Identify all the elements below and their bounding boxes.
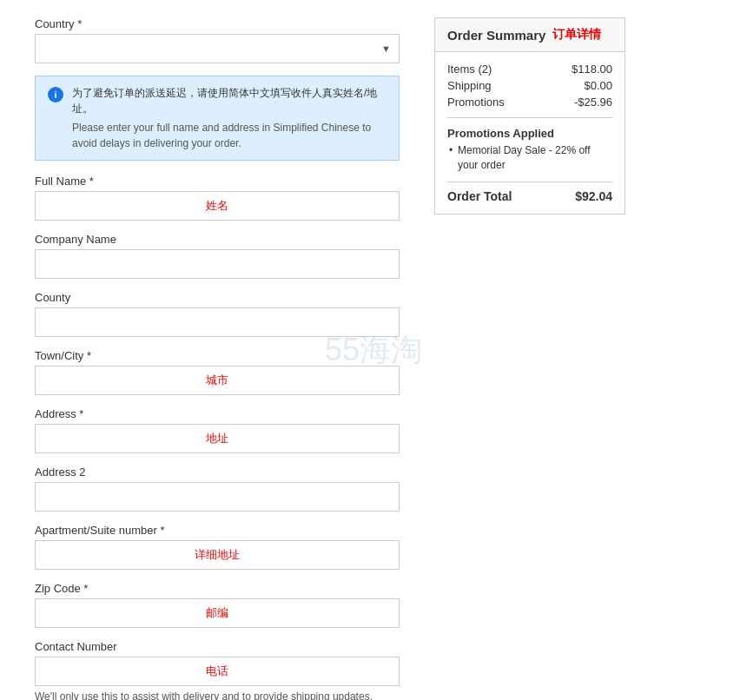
items-value: $118.00 xyxy=(572,63,612,76)
contact-label: Contact Number xyxy=(35,640,400,653)
promotion-item: Memorial Day Sale - 22% off your order xyxy=(447,143,612,173)
info-text-container: 为了避免订单的派送延迟，请使用简体中文填写收件人真实姓名/地址。 Please … xyxy=(72,85,387,151)
promotions-value: -$25.96 xyxy=(574,96,612,109)
shipping-label: Shipping xyxy=(447,79,492,92)
info-box: i 为了避免订单的派送延迟，请使用简体中文填写收件人真实姓名/地址。 Pleas… xyxy=(35,76,400,161)
address-label: Address * xyxy=(35,407,400,420)
summary-title-chinese: 订单详情 xyxy=(552,27,601,43)
zip-input[interactable] xyxy=(35,598,400,628)
company-name-label: Company Name xyxy=(35,233,400,246)
info-text-chinese: 为了避免订单的派送延迟，请使用简体中文填写收件人真实姓名/地址。 xyxy=(72,85,387,116)
zip-label: Zip Code * xyxy=(35,582,400,595)
order-summary: Order Summary 订单详情 Items (2) $118.00 Shi… xyxy=(434,17,625,700)
apartment-input[interactable] xyxy=(35,540,400,570)
contact-note: We'll only use this to assist with deliv… xyxy=(35,690,400,700)
town-city-label: Town/City * xyxy=(35,349,400,362)
address-field-group: Address * xyxy=(35,407,400,453)
county-input[interactable] xyxy=(35,307,400,337)
promotions-row: Promotions -$25.96 xyxy=(447,96,612,109)
promotions-applied-label: Promotions Applied xyxy=(447,127,612,140)
items-row: Items (2) $118.00 xyxy=(447,63,612,76)
shipping-row: Shipping $0.00 xyxy=(447,79,612,92)
zip-field-group: Zip Code * xyxy=(35,582,400,628)
items-label: Items (2) xyxy=(447,63,492,76)
full-name-input[interactable] xyxy=(35,191,400,221)
country-label: Country * xyxy=(35,17,400,30)
county-label: County xyxy=(35,291,400,304)
contact-note-underline: use xyxy=(82,690,98,700)
country-select[interactable]: China United States xyxy=(35,34,400,63)
info-icon: i xyxy=(48,87,63,102)
contact-field-group: Contact Number We'll only use this to as… xyxy=(35,640,400,700)
order-total-row: Order Total $92.04 xyxy=(447,182,612,203)
page-container: Country * China United States ▼ i 为了避免订单… xyxy=(0,0,747,700)
summary-header: Order Summary 订单详情 xyxy=(434,17,625,51)
address2-input[interactable] xyxy=(35,482,400,512)
order-total-value: $92.04 xyxy=(575,189,612,203)
county-field-group: County xyxy=(35,291,400,337)
town-city-input[interactable] xyxy=(35,366,400,395)
address2-label: Address 2 xyxy=(35,466,400,479)
address-input[interactable] xyxy=(35,424,400,453)
summary-body: Items (2) $118.00 Shipping $0.00 Promoti… xyxy=(434,51,625,215)
company-name-field-group: Company Name xyxy=(35,233,400,279)
summary-title: Order Summary xyxy=(447,28,545,43)
full-name-field-group: Full Name * xyxy=(35,175,400,221)
shipping-value: $0.00 xyxy=(584,79,612,92)
country-select-wrapper: China United States ▼ xyxy=(35,34,400,63)
info-text-english: Please enter your full name and address … xyxy=(72,120,387,151)
company-name-input[interactable] xyxy=(35,249,400,279)
country-field-group: Country * China United States ▼ xyxy=(35,17,400,63)
contact-input[interactable] xyxy=(35,657,400,686)
apartment-label: Apartment/Suite number * xyxy=(35,524,400,537)
town-city-field-group: Town/City * xyxy=(35,349,400,395)
apartment-field-group: Apartment/Suite number * xyxy=(35,524,400,570)
address2-field-group: Address 2 xyxy=(35,466,400,512)
form-section: Country * China United States ▼ i 为了避免订单… xyxy=(35,17,400,700)
order-total-label: Order Total xyxy=(447,189,512,203)
full-name-label: Full Name * xyxy=(35,175,400,188)
summary-divider xyxy=(447,117,612,118)
promotions-label: Promotions xyxy=(447,96,505,109)
